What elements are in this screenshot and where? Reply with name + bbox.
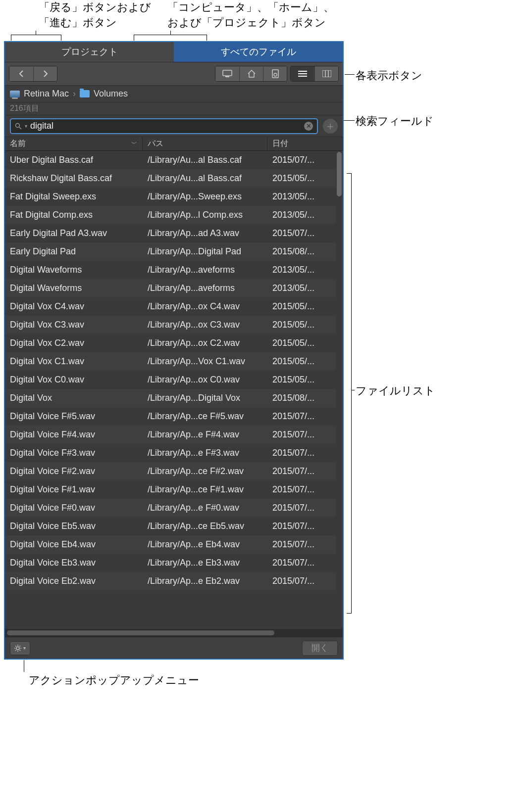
table-row[interactable]: Digital Waveforms/Library/Ap...aveforms2… [5, 279, 336, 297]
toolbar [5, 62, 343, 86]
location-button-group [215, 66, 287, 82]
svg-point-10 [16, 123, 20, 127]
horizontal-scrollbar[interactable] [5, 629, 343, 637]
cell-name: Digital Voice F#0.wav [5, 499, 143, 517]
cell-date: 2015/07/... [267, 444, 336, 462]
table-row[interactable]: Digital Voice Eb4.wav/Library/Ap...e Eb4… [5, 535, 336, 554]
cell-path: /Library/Ap...ox C2.wav [143, 334, 267, 352]
cell-name: Rickshaw Digital Bass.caf [5, 169, 143, 188]
search-icon [15, 123, 22, 130]
cell-date: 2015/07/... [267, 572, 336, 590]
computer-button[interactable] [215, 66, 239, 81]
file-browser-panel: プロジェクト すべてのファイル [4, 41, 344, 660]
table-row[interactable]: Digital Vox C2.wav/Library/Ap...ox C2.wa… [5, 334, 336, 352]
table-row[interactable]: Digital Voice F#4.wav/Library/Ap...e F#4… [5, 426, 336, 444]
cell-name: Digital Voice F#5.wav [5, 407, 143, 426]
gear-icon [14, 645, 21, 652]
column-header-name[interactable]: 名前 ﹀ [5, 137, 143, 150]
list-view-button[interactable] [291, 66, 314, 81]
vertical-scrollbar[interactable] [337, 152, 342, 196]
back-button[interactable] [9, 66, 33, 81]
table-row[interactable]: Digital Voice F#3.wav/Library/Ap...e F#3… [5, 444, 336, 462]
chevron-down-icon[interactable]: ▾ [25, 123, 27, 129]
cell-path: /Library/Au...al Bass.caf [143, 169, 267, 188]
search-field[interactable]: ▾ ✕ [10, 118, 318, 134]
cell-date: 2015/07/... [267, 499, 336, 517]
cell-date: 2015/05/... [267, 169, 336, 188]
table-row[interactable]: Digital Vox C1.wav/Library/Ap...Vox C1.w… [5, 352, 336, 371]
table-row[interactable]: Uber Digital Bass.caf/Library/Au...al Ba… [5, 151, 336, 169]
table-row[interactable]: Digital Waveforms/Library/Ap...aveforms2… [5, 261, 336, 279]
table-row[interactable]: Rickshaw Digital Bass.caf/Library/Au...a… [5, 169, 336, 188]
cell-date: 2015/07/... [267, 517, 336, 535]
path-computer[interactable]: Retina Mac [24, 89, 69, 99]
callout-view-buttons: 各表示ボタン [356, 68, 422, 84]
table-row[interactable]: Early Digital Pad/Library/Ap...Digital P… [5, 242, 336, 261]
file-list: Uber Digital Bass.caf/Library/Au...al Ba… [5, 151, 343, 629]
cell-path: /Library/Au...al Bass.caf [143, 151, 267, 169]
cell-date: 2015/05/... [267, 371, 336, 389]
clear-search-button[interactable]: ✕ [304, 122, 313, 131]
table-row[interactable]: Digital Voice Eb3.wav/Library/Ap...e Eb3… [5, 554, 336, 572]
cell-name: Digital Vox C1.wav [5, 352, 143, 371]
table-row[interactable]: Fat Digital Sweep.exs/Library/Ap...Sweep… [5, 188, 336, 206]
path-bar[interactable]: Retina Mac › Volumes [5, 86, 343, 102]
cell-path: /Library/Ap...e F#4.wav [143, 426, 267, 444]
cell-path: /Library/Ap...ox C4.wav [143, 297, 267, 316]
tab-all-files[interactable]: すべてのファイル [174, 42, 343, 62]
table-row[interactable]: Digital Voice F#1.wav/Library/Ap...ce F#… [5, 480, 336, 499]
column-view-button[interactable] [314, 66, 338, 81]
cell-name: Digital Voice Eb5.wav [5, 517, 143, 535]
cell-name: Digital Vox C3.wav [5, 316, 143, 334]
table-row[interactable]: Digital Voice F#5.wav/Library/Ap...ce F#… [5, 407, 336, 426]
table-row[interactable]: Digital Vox/Library/Ap...Digital Vox2015… [5, 389, 336, 407]
chevron-right-icon: › [73, 89, 76, 99]
cell-name: Digital Waveforms [5, 279, 143, 297]
cell-date: 2015/07/... [267, 224, 336, 242]
cell-name: Digital Waveforms [5, 261, 143, 279]
table-row[interactable]: Digital Vox C3.wav/Library/Ap...ox C3.wa… [5, 316, 336, 334]
column-header-path[interactable]: パス [143, 137, 267, 150]
tabs: プロジェクト すべてのファイル [5, 42, 343, 62]
search-input[interactable] [30, 121, 301, 131]
table-row[interactable]: Digital Vox C4.wav/Library/Ap...ox C4.wa… [5, 297, 336, 316]
tab-project[interactable]: プロジェクト [5, 42, 174, 62]
cell-name: Digital Voice F#2.wav [5, 462, 143, 480]
open-button[interactable]: 開く [302, 641, 338, 656]
cell-path: /Library/Ap...ce Eb5.wav [143, 517, 267, 535]
table-row[interactable]: Fat Digital Comp.exs/Library/Ap...l Comp… [5, 206, 336, 224]
table-row[interactable]: Digital Voice F#0.wav/Library/Ap...e F#0… [5, 499, 336, 517]
action-popup-button[interactable]: ▾ [10, 641, 30, 655]
cell-path: /Library/Ap...e F#0.wav [143, 499, 267, 517]
svg-line-18 [20, 650, 21, 651]
home-button[interactable] [239, 66, 263, 81]
svg-line-17 [15, 646, 16, 647]
table-row[interactable]: Digital Voice F#2.wav/Library/Ap...ce F#… [5, 462, 336, 480]
search-bar: ▾ ✕ ＋ [5, 115, 343, 137]
column-header-date[interactable]: 日付 [267, 137, 343, 150]
add-button[interactable]: ＋ [323, 119, 338, 134]
cell-path: /Library/Ap...ox C0.wav [143, 371, 267, 389]
cell-date: 2015/07/... [267, 407, 336, 426]
chevron-down-icon: ▾ [23, 645, 26, 651]
table-row[interactable]: Digital Voice Eb2.wav/Library/Ap...e Eb2… [5, 572, 336, 590]
cell-date: 2015/05/... [267, 316, 336, 334]
table-row[interactable]: Digital Vox C0.wav/Library/Ap...ox C0.wa… [5, 371, 336, 389]
item-count: 216項目 [5, 102, 343, 115]
cell-date: 2015/05/... [267, 297, 336, 316]
cell-date: 2015/05/... [267, 334, 336, 352]
cell-date: 2013/05/... [267, 279, 336, 297]
cell-date: 2015/07/... [267, 462, 336, 480]
cell-name: Early Digital Pad [5, 242, 143, 261]
cell-path: /Library/Ap...e Eb2.wav [143, 572, 267, 590]
project-button[interactable] [263, 66, 287, 81]
path-folder[interactable]: Volumes [94, 89, 128, 99]
cell-name: Uber Digital Bass.caf [5, 151, 143, 169]
cell-path: /Library/Ap...ce F#5.wav [143, 407, 267, 426]
cell-date: 2015/08/... [267, 389, 336, 407]
cell-path: /Library/Ap...ce F#1.wav [143, 480, 267, 499]
forward-button[interactable] [33, 66, 57, 81]
cell-date: 2013/05/... [267, 261, 336, 279]
table-row[interactable]: Digital Voice Eb5.wav/Library/Ap...ce Eb… [5, 517, 336, 535]
table-row[interactable]: Early Digital Pad A3.wav/Library/Ap...ad… [5, 224, 336, 242]
